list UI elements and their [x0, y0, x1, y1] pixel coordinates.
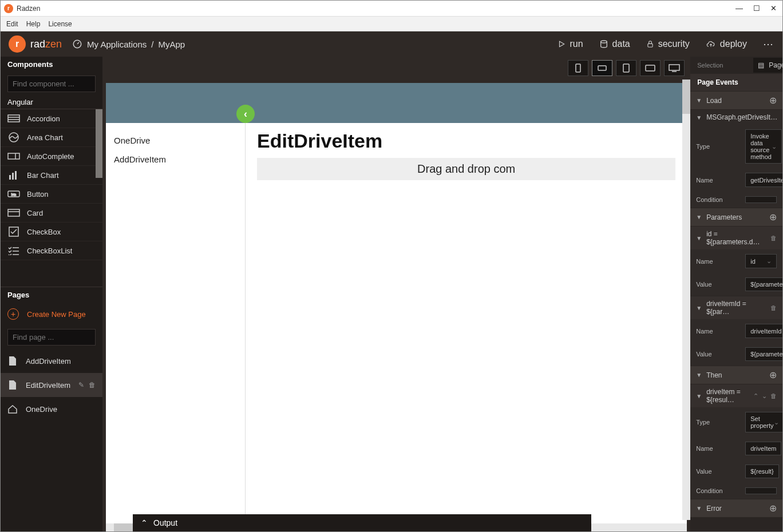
parameters-section[interactable]: ▼ Parameters ⊕ — [690, 208, 782, 226]
param-id[interactable]: ▼ id = ${parameters.d… 🗑 — [690, 226, 782, 249]
data-button[interactable]: data — [599, 39, 630, 49]
delete-page-icon[interactable]: 🗑 — [89, 381, 96, 389]
component-accordion[interactable]: Accordion — [1, 109, 102, 128]
name-select[interactable]: getDrivesItemsById×⌄ — [745, 173, 782, 187]
deploy-button[interactable]: deploy — [706, 39, 747, 49]
add-error-icon[interactable]: ⊕ — [769, 503, 777, 514]
selection-dropdown[interactable]: ▤ Page ×⌄ — [753, 58, 782, 73]
nav-onedrive[interactable]: OneDrive — [114, 131, 237, 150]
component-checkbox[interactable]: CheckBox — [1, 223, 102, 241]
param1-value[interactable]: ${parameters.driveId} — [745, 277, 782, 291]
edit-page-icon[interactable]: ✎ — [78, 381, 84, 389]
chevron-up-icon: ⌃ — [141, 518, 148, 527]
chevron-down-icon[interactable]: ⌄ — [766, 257, 772, 265]
collapse-icon[interactable]: ⌃ — [753, 392, 758, 400]
page-editdriveitem[interactable]: EditDriveItem ✎ 🗑 — [1, 373, 102, 397]
svg-rect-8 — [8, 153, 19, 159]
accordion-icon — [7, 114, 20, 123]
then-value[interactable]: ${result} — [745, 464, 778, 478]
delete-icon[interactable]: 🗑 — [770, 392, 777, 400]
deploy-label: deploy — [720, 39, 747, 49]
breadcrumb-project[interactable]: MyApp — [158, 39, 185, 49]
component-area-chart[interactable]: Area Chart — [1, 128, 102, 147]
component-card[interactable]: Card — [1, 204, 102, 223]
minimize-icon[interactable]: — — [735, 4, 743, 13]
then-cond[interactable] — [745, 487, 777, 494]
output-panel-toggle[interactable]: ⌃ Output — [133, 514, 591, 531]
run-button[interactable]: run — [557, 39, 583, 49]
group-angular[interactable]: Angular — [1, 96, 102, 109]
svg-rect-19 — [598, 66, 606, 70]
page-onedrive[interactable]: OneDrive — [1, 397, 102, 421]
svg-rect-20 — [623, 64, 629, 72]
component-button[interactable]: btnButton — [1, 185, 102, 204]
add-param-icon[interactable]: ⊕ — [769, 212, 777, 223]
find-component-input[interactable] — [7, 76, 96, 92]
canvas-v-scrollbar[interactable] — [682, 80, 690, 520]
device-desktop[interactable] — [664, 60, 685, 76]
device-phone-landscape[interactable] — [592, 60, 612, 76]
window-titlebar: r Radzen — ☐ ✕ — [1, 1, 782, 17]
brand-text: radzen — [30, 38, 62, 50]
device-tablet-landscape[interactable] — [640, 60, 661, 76]
security-button[interactable]: security — [646, 39, 690, 49]
delete-icon[interactable]: 🗑 — [770, 304, 777, 311]
svg-rect-12 — [15, 171, 17, 180]
design-canvas[interactable]: ‹ OneDrive AddDriveItem EditDriveItem Dr… — [106, 83, 687, 528]
param2-value[interactable]: ${parameters.itemId} — [745, 347, 782, 361]
then-driveitem[interactable]: ▼ driveItem = ${resul… ⌃⌄🗑 — [690, 384, 782, 407]
checkbox-icon — [7, 227, 20, 236]
param-driveitemid[interactable]: ▼ driveItemId = ${par… 🗑 — [690, 296, 782, 319]
page-heading: EditDriveItem — [257, 130, 675, 152]
brand-logo-icon: r — [9, 35, 26, 53]
event-load[interactable]: ▼ Load ⊕ — [690, 91, 782, 109]
add-handler-icon[interactable]: ⊕ — [769, 95, 777, 106]
component-checkboxlist[interactable]: CheckBoxList — [1, 241, 102, 260]
autocomplete-icon — [7, 152, 20, 161]
device-tablet-portrait[interactable] — [616, 60, 636, 76]
component-bar-chart[interactable]: Bar Chart — [1, 166, 102, 185]
nav-adddriveitem[interactable]: AddDriveItem — [114, 150, 237, 169]
then-name[interactable]: driveItem — [745, 442, 781, 455]
type-select[interactable]: Invoke data source method⌄ — [745, 129, 782, 164]
maximize-icon[interactable]: ☐ — [753, 4, 760, 13]
delete-icon[interactable]: 🗑 — [770, 235, 777, 241]
svg-rect-10 — [9, 175, 11, 180]
menubar: Edit Help License — [1, 17, 782, 31]
menu-edit[interactable]: Edit — [6, 20, 18, 28]
param2-name[interactable]: driveItemId⌄ — [745, 324, 782, 338]
svg-rect-21 — [646, 65, 655, 71]
handler-msgraph[interactable]: ▼ MSGraph.getDrivesIt… ⌃⌄🗑 — [690, 109, 782, 125]
page-adddriveitem[interactable]: AddDriveItem — [1, 349, 102, 373]
param1-name[interactable]: id⌄ — [745, 254, 777, 268]
then-type[interactable]: Set property⌄ — [745, 412, 782, 432]
back-button[interactable]: ‹ — [236, 105, 255, 123]
properties-panel: Selection ▤ Page ×⌄ Page Events ▼ Load ⊕… — [690, 57, 782, 531]
component-scrollbar[interactable] — [96, 109, 102, 178]
create-page-button[interactable]: + Create New Page — [1, 303, 102, 325]
find-page-input[interactable] — [7, 329, 96, 346]
component-autocomplete[interactable]: AutoComplete — [1, 147, 102, 166]
then-section[interactable]: ▼ Then ⊕ — [690, 366, 782, 384]
chevron-down-icon[interactable]: ⌄ — [782, 327, 782, 335]
chevron-down-icon[interactable]: ⌄ — [774, 419, 779, 426]
brand[interactable]: r radzen — [9, 35, 62, 53]
menu-help[interactable]: Help — [26, 20, 41, 28]
collapse-icon[interactable]: ⌃ — [782, 114, 782, 121]
bar-chart-icon — [7, 170, 20, 180]
error-section[interactable]: ▼ Error ⊕ — [690, 499, 782, 517]
page-icon: ▤ — [758, 61, 764, 69]
chevron-down-icon[interactable]: ⌄ — [772, 143, 777, 150]
more-icon[interactable]: ⋯ — [763, 38, 774, 50]
breadcrumb[interactable]: My Applications / MyApp — [72, 39, 185, 49]
close-icon[interactable]: ✕ — [770, 4, 777, 13]
drop-zone[interactable]: Drag and drop com — [257, 158, 675, 180]
home-icon — [7, 404, 18, 414]
device-phone-portrait[interactable] — [568, 60, 588, 76]
expand-icon[interactable]: ⌄ — [762, 392, 767, 400]
add-then-icon[interactable]: ⊕ — [769, 370, 777, 380]
condition-input[interactable] — [745, 196, 777, 203]
menu-license[interactable]: License — [48, 20, 72, 28]
file-icon — [7, 356, 18, 366]
breadcrumb-app[interactable]: My Applications — [87, 39, 147, 49]
